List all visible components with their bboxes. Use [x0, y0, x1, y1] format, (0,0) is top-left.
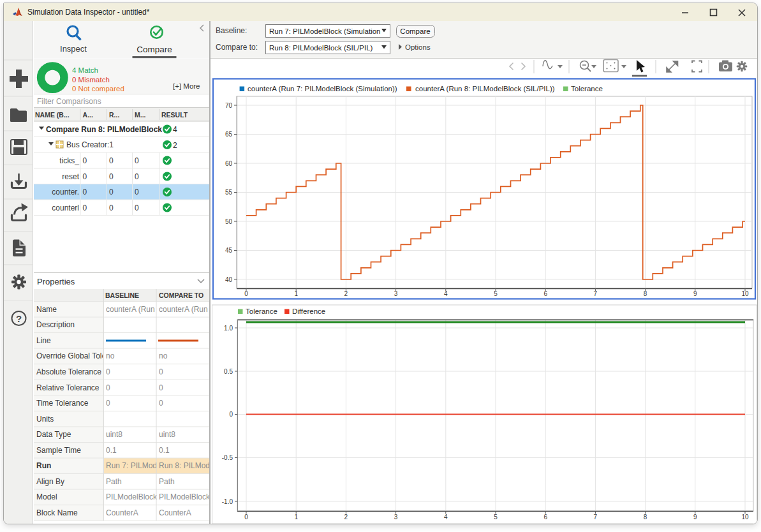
svg-text:2: 2: [344, 290, 348, 297]
svg-text:9: 9: [693, 514, 697, 521]
svg-text:0: 0: [83, 172, 87, 181]
svg-text:counterl: counterl: [52, 203, 79, 212]
svg-text:0: 0: [229, 411, 233, 418]
svg-text:Options: Options: [405, 43, 431, 51]
svg-text:COMPARE TO: COMPARE TO: [159, 292, 203, 299]
svg-text:6: 6: [543, 290, 547, 297]
svg-text:0: 0: [135, 156, 139, 165]
svg-text:60: 60: [225, 160, 233, 167]
svg-text:counterA (Run: counterA (Run: [106, 305, 155, 314]
svg-text:uint8: uint8: [159, 430, 175, 439]
svg-text:0: 0: [109, 156, 114, 165]
svg-text:0: 0: [109, 203, 114, 212]
svg-text:0: 0: [135, 172, 139, 181]
svg-text:0.1: 0.1: [106, 446, 117, 455]
svg-text:Inspect: Inspect: [60, 44, 87, 54]
svg-text:A...: A...: [83, 111, 93, 119]
svg-text:10: 10: [741, 290, 749, 297]
svg-text:0: 0: [109, 188, 114, 196]
svg-text:no: no: [106, 351, 115, 360]
svg-text:Line: Line: [36, 336, 51, 345]
svg-text:Compare to:: Compare to:: [216, 43, 258, 52]
svg-text:Compare: Compare: [137, 45, 172, 54]
svg-text:PILModelBlock: PILModelBlock: [159, 492, 209, 501]
svg-text:8: 8: [644, 290, 647, 297]
svg-text:RESULT: RESULT: [161, 111, 188, 119]
svg-text:counterA (Run: counterA (Run: [159, 305, 208, 314]
svg-text:Bus Creator:1: Bus Creator:1: [66, 140, 114, 149]
svg-text:4 Match: 4 Match: [72, 66, 98, 74]
svg-text:no: no: [159, 351, 168, 360]
svg-text:Filter Comparisons: Filter Comparisons: [37, 97, 101, 106]
svg-text:Difference: Difference: [292, 307, 325, 315]
svg-text:-1.0: -1.0: [222, 498, 233, 505]
svg-text:7: 7: [594, 514, 598, 521]
svg-text:CounterA: CounterA: [159, 508, 191, 517]
svg-text:0: 0: [244, 514, 248, 521]
svg-text:0: 0: [159, 399, 163, 408]
svg-text:55: 55: [225, 189, 233, 196]
svg-text:7: 7: [594, 290, 598, 297]
svg-text:Path: Path: [159, 477, 175, 486]
svg-text:0: 0: [109, 172, 114, 181]
svg-text:0: 0: [83, 203, 87, 212]
svg-text:0: 0: [83, 188, 87, 196]
svg-text:0: 0: [83, 156, 87, 165]
svg-text:Override Global Tole: Override Global Tole: [36, 351, 106, 360]
svg-text:R...: R...: [109, 111, 119, 119]
svg-text:0 Not compared: 0 Not compared: [72, 85, 124, 92]
svg-text:70: 70: [225, 102, 233, 109]
svg-text:Baseline:: Baseline:: [216, 26, 247, 35]
svg-text:8: 8: [644, 514, 647, 521]
svg-text:uint8: uint8: [106, 430, 122, 439]
svg-text:0: 0: [244, 290, 248, 297]
svg-text:0.1: 0.1: [159, 446, 170, 455]
svg-text:Run 8: PILModelBlock (SIL/PIL): Run 8: PILModelBlock (SIL/PIL): [269, 44, 373, 52]
svg-text:Compare Run 8: PILModelBlock: Compare Run 8: PILModelBlock: [46, 125, 162, 134]
svg-text:4: 4: [173, 125, 177, 134]
svg-text:0.5: 0.5: [224, 368, 233, 375]
svg-text:counterA (Run 8: PILModelBlock: counterA (Run 8: PILModelBlock (SIL/PIL)…: [415, 85, 555, 92]
svg-text:Tolerance: Tolerance: [246, 307, 277, 315]
svg-text:10: 10: [741, 514, 749, 521]
svg-text:Align By: Align By: [36, 477, 64, 486]
svg-text:1.0: 1.0: [224, 325, 233, 332]
svg-text:0: 0: [106, 399, 110, 408]
svg-text:Run 7: PILModelBlock (Simulati: Run 7: PILModelBlock (Simulation: [269, 27, 381, 35]
svg-text:40: 40: [225, 276, 233, 283]
svg-text:4: 4: [444, 514, 448, 521]
svg-text:Model: Model: [36, 492, 57, 501]
svg-text:0: 0: [159, 367, 163, 376]
svg-text:0: 0: [106, 367, 110, 376]
svg-text:NAME (B...: NAME (B...: [35, 111, 70, 119]
svg-text:Name: Name: [36, 305, 57, 314]
svg-text:4: 4: [444, 290, 448, 297]
svg-text:counterA (Run 7: PILModelBlock: counterA (Run 7: PILModelBlock (Simulati…: [248, 85, 397, 92]
svg-text:0: 0: [135, 188, 139, 196]
svg-text:PILModelBlock: PILModelBlock: [106, 492, 158, 501]
svg-text:3: 3: [394, 514, 398, 521]
svg-text:Data Type: Data Type: [36, 430, 71, 439]
svg-text:Block Name: Block Name: [36, 508, 78, 517]
svg-text:45: 45: [225, 247, 233, 254]
svg-text:Units: Units: [36, 415, 54, 424]
svg-text:2: 2: [344, 514, 348, 521]
svg-text:65: 65: [225, 131, 233, 138]
svg-text:Time Tolerance: Time Tolerance: [36, 399, 89, 408]
svg-text:Run: Run: [36, 461, 51, 470]
svg-text:0 Mismatch: 0 Mismatch: [72, 76, 110, 84]
svg-text:0: 0: [135, 203, 139, 212]
svg-text:5: 5: [494, 514, 498, 521]
svg-text:50: 50: [225, 218, 233, 225]
svg-text:3: 3: [394, 290, 398, 297]
svg-text:Compare: Compare: [400, 27, 430, 35]
svg-text:Run 8: PILMod: Run 8: PILMod: [159, 461, 209, 470]
svg-text:Tolerance: Tolerance: [571, 85, 603, 92]
svg-text:BASELINE: BASELINE: [105, 292, 139, 299]
svg-text:2: 2: [173, 141, 177, 150]
svg-text:0: 0: [159, 383, 163, 392]
svg-text:Absolute Tolerance: Absolute Tolerance: [36, 367, 101, 376]
svg-text:Properties: Properties: [37, 277, 75, 286]
svg-text:Description: Description: [36, 320, 75, 329]
svg-text:9: 9: [693, 290, 697, 297]
